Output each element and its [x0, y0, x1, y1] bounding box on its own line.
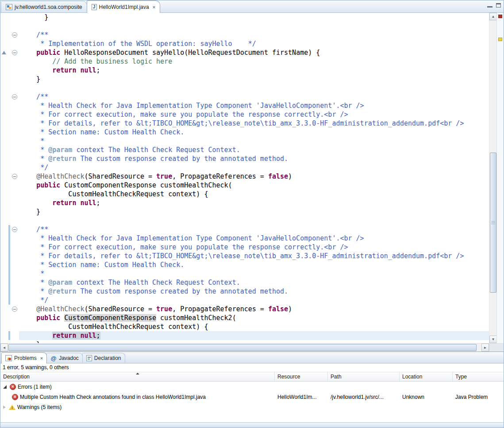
code-token	[20, 172, 36, 180]
code-line[interactable]: */	[19, 163, 489, 172]
fold-collapse-icon[interactable]	[12, 227, 17, 232]
code-line[interactable]: * Implementation of the WSDL operation: …	[19, 39, 489, 48]
column-header-location[interactable]: Location	[400, 372, 453, 381]
fold-column	[11, 13, 19, 343]
code-token: context The Health Check Request Context…	[72, 279, 240, 287]
code-token: @return	[48, 287, 76, 295]
fold-collapse-icon[interactable]	[12, 32, 17, 38]
close-icon[interactable]: ×	[40, 355, 43, 361]
code-line[interactable]: * Section name: Custom Health Check.	[19, 128, 489, 137]
code-line[interactable]: public CustomComponentResponse customHea…	[19, 181, 489, 190]
editor-area: } /** * Implementation of the WSDL opera…	[0, 13, 504, 343]
code-line[interactable]: */	[19, 296, 489, 305]
column-header-path[interactable]: Path	[328, 372, 400, 381]
ruler-marker-icon	[2, 51, 6, 54]
scroll-up-icon[interactable]: ▲	[489, 13, 497, 20]
code-line[interactable]: }	[19, 340, 489, 343]
code-token: * For correct execution, make sure you p…	[20, 111, 348, 118]
horizontal-scrollbar[interactable]: ◄ ►	[0, 343, 504, 352]
problems-group-row[interactable]: !Warnings (5 items)	[0, 402, 504, 412]
warning-marker-icon[interactable]	[498, 38, 502, 41]
code-token: , PropagateReferences =	[172, 305, 268, 313]
code-line[interactable]: * @param context The Health Check Reques…	[19, 278, 489, 287]
code-line[interactable]: }	[19, 207, 489, 216]
code-token: public	[36, 314, 60, 322]
code-line[interactable]: CustomHealthCheckRequest context) {	[19, 190, 489, 199]
code-token: , PropagateReferences =	[172, 172, 268, 180]
diff-changed-marker	[8, 269, 10, 278]
editor-tab-label: jv.helloworld1.soa.composite	[15, 4, 82, 10]
view-tab-declaration[interactable]: Declaration	[82, 353, 125, 363]
code-line[interactable]	[19, 216, 489, 225]
code-line[interactable]: public CustomComponentResponse customHea…	[19, 313, 489, 322]
fold-collapse-icon[interactable]	[12, 94, 17, 99]
error-marker-icon[interactable]	[498, 15, 502, 18]
code-line[interactable]: return null;	[19, 331, 489, 340]
horizontal-scrollbar-track[interactable]	[8, 344, 481, 352]
problems-panel: Problems×JavadocDeclaration 1 error, 5 w…	[0, 352, 504, 428]
code-line[interactable]: CustomHealthCheckRequest context) {	[19, 322, 489, 331]
code-line[interactable]: return null;	[19, 66, 489, 75]
code-editor[interactable]: } /** * Implementation of the WSDL opera…	[19, 13, 489, 343]
tree-collapsed-icon[interactable]	[3, 405, 6, 409]
code-line[interactable]: @HealthCheck(SharedResource = true, Prop…	[19, 172, 489, 181]
vertical-scrollbar[interactable]: ▲ ▼	[489, 13, 496, 343]
diff-changed-marker	[8, 331, 10, 340]
scroll-right-icon[interactable]: ►	[481, 344, 489, 352]
code-line[interactable]: public HelloResponseDocument sayHello(He…	[19, 48, 489, 57]
problems-item-row[interactable]: ×Multiple Custom Health Check annotation…	[0, 392, 504, 402]
column-header-resource[interactable]: Resource	[275, 372, 328, 381]
view-tab-label: Javadoc	[59, 355, 79, 361]
code-line[interactable]: return null;	[19, 199, 489, 207]
code-line[interactable]: * For correct execution, make sure you p…	[19, 243, 489, 252]
code-line[interactable]: *	[19, 269, 489, 278]
code-line[interactable]: * For details, refer to &lt;TIBCO_HOME&g…	[19, 119, 489, 128]
view-tab-javadoc[interactable]: Javadoc	[46, 353, 83, 363]
code-line[interactable]	[19, 84, 489, 92]
code-line[interactable]: * For details, refer to &lt;TIBCO_HOME&g…	[19, 252, 489, 260]
code-line[interactable]	[19, 22, 489, 31]
maximize-icon[interactable]	[496, 3, 501, 8]
code-token: CustomHealthCheckRequest context) {	[20, 190, 208, 198]
editor-tab-2[interactable]: HelloWorld1Impl.java×	[87, 0, 161, 13]
problems-group-row[interactable]: ×Errors (1 item)	[0, 382, 504, 392]
cell-resource: HelloWorld1Im...	[275, 392, 328, 402]
code-line[interactable]: @HealthCheck(SharedResource = true, Prop…	[19, 305, 489, 313]
fold-collapse-icon[interactable]	[12, 306, 17, 312]
close-icon[interactable]: ×	[153, 4, 155, 10]
code-line[interactable]: * For correct execution, make sure you p…	[19, 110, 489, 119]
code-line[interactable]: * Health Check for Java Implementation T…	[19, 101, 489, 110]
scroll-left-icon[interactable]: ◄	[0, 344, 8, 352]
code-token: ;	[96, 66, 100, 74]
code-line[interactable]: }	[19, 75, 489, 84]
code-line[interactable]: *	[19, 137, 489, 145]
tree-expanded-icon[interactable]	[3, 385, 7, 389]
editor-tab-1[interactable]: jv.helloworld1.soa.composite	[1, 1, 87, 12]
fold-collapse-icon[interactable]	[12, 174, 17, 179]
code-token: true	[156, 305, 172, 313]
scroll-down-icon[interactable]: ▼	[489, 336, 497, 343]
code-line[interactable]: }	[19, 13, 489, 22]
code-line[interactable]: * @return The custom response created by…	[19, 287, 489, 296]
code-token: )	[288, 305, 292, 313]
horizontal-scrollbar-thumb[interactable]	[8, 344, 477, 351]
column-header-description[interactable]: Description	[0, 372, 275, 381]
diff-changed-marker	[8, 243, 10, 252]
code-token: (SharedResource =	[85, 305, 157, 313]
code-line[interactable]: * Health Check for Java Implementation T…	[19, 234, 489, 243]
fold-collapse-icon[interactable]	[12, 50, 17, 55]
minimize-icon[interactable]	[487, 3, 492, 8]
code-line[interactable]: /**	[19, 31, 489, 39]
column-header-type[interactable]: Type	[453, 372, 504, 381]
code-line[interactable]: * @return The custom response created by…	[19, 154, 489, 163]
code-token: @param	[48, 279, 72, 287]
code-line[interactable]: // Add the business logic here	[19, 57, 489, 66]
code-line[interactable]: * @param context The Health Check Reques…	[19, 145, 489, 154]
code-line[interactable]: * Section name: Custom Health Check.	[19, 260, 489, 269]
view-tab-problems[interactable]: Problems×	[1, 352, 47, 363]
code-line[interactable]: /**	[19, 225, 489, 234]
code-token: CustomHealthCheckRequest context) {	[20, 323, 208, 331]
code-token: @return	[48, 155, 76, 163]
code-line[interactable]: /**	[19, 92, 489, 101]
vertical-scrollbar-thumb[interactable]	[490, 153, 496, 293]
